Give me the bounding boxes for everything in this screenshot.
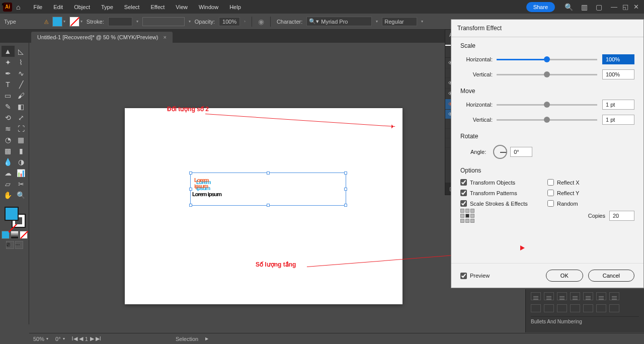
ok-button[interactable]: OK bbox=[546, 270, 583, 282]
app-logo: Ai bbox=[3, 3, 12, 12]
menu-help[interactable]: Help bbox=[224, 2, 246, 12]
recolor-icon[interactable]: ◉ bbox=[258, 18, 264, 26]
move-h-label: Horizontal: bbox=[460, 102, 497, 108]
direct-selection-tool[interactable]: ◺ bbox=[15, 46, 28, 57]
annotation-2-tip bbox=[520, 245, 527, 250]
move-h-value[interactable]: 1 pt bbox=[602, 100, 634, 110]
rotate-field[interactable]: 0°▾ bbox=[55, 336, 65, 342]
paintbrush-tool[interactable]: 🖌 bbox=[15, 90, 28, 101]
scale-v-slider[interactable] bbox=[497, 74, 597, 75]
type-tool[interactable]: T bbox=[2, 79, 15, 90]
free-transform-tool[interactable]: ⛶ bbox=[15, 123, 28, 134]
scale-tool[interactable]: ⤢ bbox=[15, 112, 28, 123]
move-h-slider[interactable] bbox=[497, 104, 597, 106]
angle-value[interactable]: 0° bbox=[510, 147, 532, 157]
font-style-select[interactable]: Regular bbox=[382, 17, 417, 26]
zoom-tool[interactable]: 🔍 bbox=[15, 190, 28, 201]
menu-effect[interactable]: Effect bbox=[145, 2, 170, 12]
opacity-label: Opacity: bbox=[195, 19, 215, 25]
eraser-tool[interactable]: ◧ bbox=[15, 101, 28, 112]
scale-h-value[interactable]: 100% bbox=[602, 54, 634, 64]
arrange-icon[interactable]: ▥ bbox=[581, 3, 588, 11]
artboard[interactable]: Lorem ipsum Lorem ipsum Lorem ipsum bbox=[125, 108, 403, 304]
dialog-title: Transform Effect bbox=[451, 20, 643, 37]
font-family-select[interactable]: 🔍▾Myriad Pro bbox=[306, 17, 372, 26]
graph-tool[interactable]: 📊 bbox=[15, 167, 28, 179]
stroke-weight[interactable] bbox=[108, 17, 132, 26]
slice-tool[interactable]: ✂ bbox=[15, 179, 28, 190]
perspective-tool[interactable]: ▦ bbox=[15, 134, 28, 145]
scale-v-value[interactable]: 100% bbox=[602, 69, 634, 79]
tab-title: Untitled-1 [Recovered]* @ 50 % (CMYK/Pre… bbox=[37, 34, 158, 40]
menu-window[interactable]: Window bbox=[194, 2, 223, 12]
artboard-tool[interactable]: ▱ bbox=[2, 179, 15, 190]
chk-scale-strokes[interactable]: Scale Strokes & Effects bbox=[460, 200, 547, 207]
share-button[interactable]: Share bbox=[526, 2, 555, 12]
opacity-value[interactable]: 100% bbox=[219, 17, 240, 26]
maximize-icon[interactable]: ◱ bbox=[622, 3, 628, 11]
angle-wheel[interactable] bbox=[493, 145, 507, 159]
stroke-swatch[interactable]: ▾ bbox=[69, 17, 83, 27]
line-tool[interactable]: ╱ bbox=[15, 79, 28, 90]
scale-h-label: Horizontal: bbox=[460, 56, 497, 62]
rotate-tool[interactable]: ⟲ bbox=[2, 112, 15, 123]
menu-edit[interactable]: Edit bbox=[48, 2, 68, 12]
scale-v-label: Vertical: bbox=[460, 71, 497, 77]
shaper-tool[interactable]: ✎ bbox=[2, 101, 15, 112]
move-group: Move Horizontal: 1 pt Vertical: 1 pt bbox=[460, 88, 634, 125]
artboard-nav[interactable]: I◀ ◀ 1 ▶ ▶I bbox=[72, 335, 101, 342]
align-buttons-2[interactable] bbox=[531, 304, 639, 312]
move-v-label: Vertical: bbox=[460, 117, 497, 123]
width-tool[interactable]: ≋ bbox=[2, 123, 15, 134]
rectangle-tool[interactable]: ▭ bbox=[2, 90, 15, 101]
menu-object[interactable]: Object bbox=[69, 2, 95, 12]
close-icon[interactable]: ✕ bbox=[633, 3, 639, 11]
align-buttons[interactable] bbox=[531, 292, 639, 300]
menu-type[interactable]: Type bbox=[96, 2, 118, 12]
scale-h-slider[interactable] bbox=[497, 59, 597, 60]
color-mode-row[interactable] bbox=[2, 231, 28, 239]
chk-preview[interactable]: Preview bbox=[460, 273, 541, 279]
magic-wand-tool[interactable]: ✦ bbox=[2, 57, 15, 68]
fill-stroke-indicator[interactable] bbox=[4, 206, 26, 228]
menu-file[interactable]: File bbox=[28, 2, 47, 12]
lasso-tool[interactable]: ⌇ bbox=[15, 57, 28, 68]
home-icon[interactable]: ⌂ bbox=[16, 3, 20, 11]
screen-mode-row[interactable]: ⎚ ··· bbox=[6, 241, 23, 249]
tab-close-icon[interactable]: × bbox=[163, 34, 166, 40]
document-tab[interactable]: Untitled-1 [Recovered]* @ 50 % (CMYK/Pre… bbox=[31, 32, 173, 43]
fill-swatch[interactable]: ▾ bbox=[52, 17, 65, 27]
stroke-profile[interactable] bbox=[142, 17, 185, 26]
hand-tool[interactable]: ✋ bbox=[2, 190, 15, 201]
move-title: Move bbox=[460, 88, 634, 95]
expand-icon[interactable]: › bbox=[244, 19, 246, 24]
angle-label: Angle: bbox=[470, 149, 490, 155]
chk-reflect-y[interactable]: Reflect Y bbox=[547, 190, 634, 196]
zoom-field[interactable]: 50%▾ bbox=[33, 336, 48, 342]
warn-icon[interactable]: ◬ bbox=[44, 18, 48, 25]
search-icon[interactable]: 🔍 bbox=[565, 3, 573, 11]
minimize-icon[interactable]: — bbox=[611, 3, 617, 11]
menu-view[interactable]: View bbox=[171, 2, 193, 12]
selection-tool[interactable]: ▲ bbox=[2, 46, 15, 57]
chk-transform-patterns[interactable]: Transform Patterns bbox=[460, 190, 547, 196]
pen-tool[interactable]: ✒ bbox=[2, 68, 15, 79]
move-v-slider[interactable] bbox=[497, 119, 597, 121]
anchor-selector[interactable] bbox=[460, 209, 474, 223]
mesh-tool[interactable]: ▩ bbox=[2, 145, 15, 156]
chk-reflect-x[interactable]: Reflect X bbox=[547, 179, 634, 186]
gradient-tool[interactable]: ▮ bbox=[15, 145, 28, 156]
cancel-button[interactable]: Cancel bbox=[588, 270, 634, 282]
menu-select[interactable]: Select bbox=[119, 2, 145, 12]
chk-random[interactable]: Random bbox=[547, 200, 634, 207]
eyedropper-tool[interactable]: 💧 bbox=[2, 156, 15, 167]
shape-builder-tool[interactable]: ◔ bbox=[2, 134, 15, 145]
options-group: Options Transform Objects Reflect X Tran… bbox=[460, 167, 634, 223]
move-v-value[interactable]: 1 pt bbox=[602, 115, 634, 125]
symbol-tool[interactable]: ☁ bbox=[2, 167, 15, 179]
copies-value[interactable]: 20 bbox=[609, 211, 634, 221]
curvature-tool[interactable]: ∿ bbox=[15, 68, 28, 79]
blend-tool[interactable]: ◑ bbox=[15, 156, 28, 167]
chk-transform-objects[interactable]: Transform Objects bbox=[460, 179, 547, 186]
workspace-icon[interactable]: ▢ bbox=[596, 3, 602, 11]
